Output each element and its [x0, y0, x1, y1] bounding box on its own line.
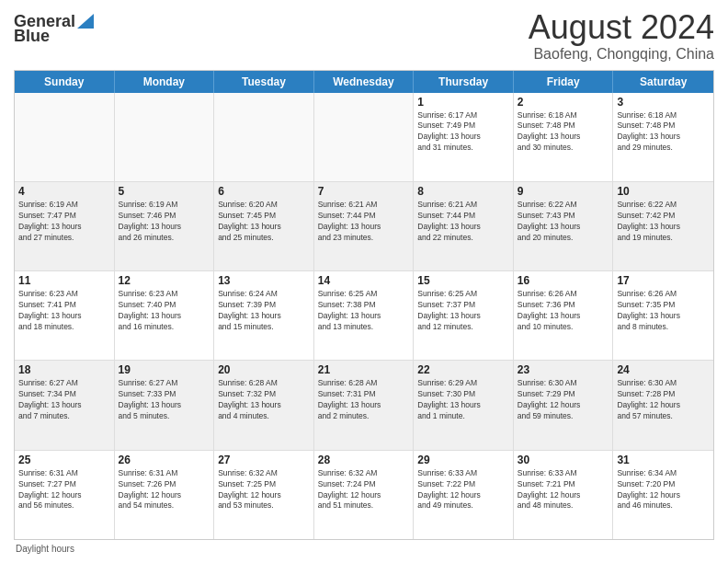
- day-cell-2: 2Sunrise: 6:18 AMSunset: 7:48 PMDaylight…: [514, 93, 614, 181]
- day-cell-13: 13Sunrise: 6:24 AMSunset: 7:39 PMDayligh…: [214, 271, 314, 360]
- header-day-thursday: Thursday: [414, 71, 514, 93]
- day-number: 8: [417, 185, 509, 198]
- day-cell-19: 19Sunrise: 6:27 AMSunset: 7:33 PMDayligh…: [115, 361, 215, 449]
- day-cell-24: 24Sunrise: 6:30 AMSunset: 7:28 PMDayligh…: [613, 361, 713, 449]
- header-day-friday: Friday: [514, 71, 614, 93]
- day-cell-27: 27Sunrise: 6:32 AMSunset: 7:25 PMDayligh…: [214, 451, 314, 539]
- day-info: Sunrise: 6:28 AMSunset: 7:31 PMDaylight:…: [318, 378, 410, 422]
- empty-cell: [15, 93, 115, 181]
- day-number: 15: [417, 274, 509, 287]
- day-cell-4: 4Sunrise: 6:19 AMSunset: 7:47 PMDaylight…: [15, 182, 115, 270]
- day-info: Sunrise: 6:25 AMSunset: 7:37 PMDaylight:…: [417, 289, 509, 333]
- location-title: Baofeng, Chongqing, China: [529, 46, 714, 63]
- day-number: 3: [617, 96, 710, 109]
- title-area: August 2024 Baofeng, Chongqing, China: [529, 9, 714, 63]
- day-number: 1: [417, 96, 509, 109]
- day-info: Sunrise: 6:26 AMSunset: 7:35 PMDaylight:…: [617, 289, 710, 333]
- day-number: 14: [318, 274, 410, 287]
- day-number: 18: [18, 363, 110, 376]
- day-cell-8: 8Sunrise: 6:21 AMSunset: 7:44 PMDaylight…: [414, 182, 514, 270]
- day-number: 27: [218, 454, 310, 466]
- day-info: Sunrise: 6:23 AMSunset: 7:40 PMDaylight:…: [119, 289, 210, 333]
- day-info: Sunrise: 6:34 AMSunset: 7:20 PMDaylight:…: [617, 468, 710, 512]
- empty-cell: [214, 93, 314, 181]
- day-info: Sunrise: 6:27 AMSunset: 7:33 PMDaylight:…: [119, 378, 210, 422]
- week-row-5: 25Sunrise: 6:31 AMSunset: 7:27 PMDayligh…: [15, 451, 713, 539]
- week-row-3: 11Sunrise: 6:23 AMSunset: 7:41 PMDayligh…: [15, 271, 713, 361]
- day-info: Sunrise: 6:32 AMSunset: 7:24 PMDaylight:…: [318, 468, 410, 512]
- day-cell-26: 26Sunrise: 6:31 AMSunset: 7:26 PMDayligh…: [115, 451, 215, 539]
- day-info: Sunrise: 6:19 AMSunset: 7:46 PMDaylight:…: [119, 200, 210, 244]
- day-cell-3: 3Sunrise: 6:18 AMSunset: 7:48 PMDaylight…: [613, 93, 713, 181]
- day-number: 21: [318, 363, 410, 376]
- day-cell-29: 29Sunrise: 6:33 AMSunset: 7:22 PMDayligh…: [414, 451, 514, 539]
- day-info: Sunrise: 6:21 AMSunset: 7:44 PMDaylight:…: [417, 200, 509, 244]
- logo-blue: Blue: [14, 27, 50, 45]
- day-info: Sunrise: 6:19 AMSunset: 7:47 PMDaylight:…: [18, 200, 110, 244]
- day-number: 20: [218, 363, 310, 376]
- day-info: Sunrise: 6:33 AMSunset: 7:22 PMDaylight:…: [417, 468, 509, 512]
- day-number: 19: [119, 363, 210, 376]
- header-day-monday: Monday: [115, 71, 215, 93]
- day-cell-7: 7Sunrise: 6:21 AMSunset: 7:44 PMDaylight…: [314, 182, 415, 270]
- header-day-tuesday: Tuesday: [214, 71, 314, 93]
- day-cell-30: 30Sunrise: 6:33 AMSunset: 7:21 PMDayligh…: [514, 451, 614, 539]
- day-info: Sunrise: 6:26 AMSunset: 7:36 PMDaylight:…: [518, 289, 609, 333]
- day-info: Sunrise: 6:18 AMSunset: 7:48 PMDaylight:…: [518, 110, 609, 155]
- day-cell-10: 10Sunrise: 6:22 AMSunset: 7:42 PMDayligh…: [613, 182, 713, 270]
- day-info: Sunrise: 6:20 AMSunset: 7:45 PMDaylight:…: [218, 200, 310, 244]
- day-number: 28: [318, 454, 410, 466]
- day-cell-16: 16Sunrise: 6:26 AMSunset: 7:36 PMDayligh…: [514, 271, 614, 360]
- day-info: Sunrise: 6:28 AMSunset: 7:32 PMDaylight:…: [218, 378, 310, 422]
- header: General Blue August 2024 Baofeng, Chongq…: [14, 9, 714, 63]
- week-row-1: 1Sunrise: 6:17 AMSunset: 7:49 PMDaylight…: [15, 93, 713, 182]
- day-info: Sunrise: 6:22 AMSunset: 7:43 PMDaylight:…: [518, 200, 609, 244]
- day-number: 31: [617, 454, 710, 466]
- day-cell-28: 28Sunrise: 6:32 AMSunset: 7:24 PMDayligh…: [314, 451, 415, 539]
- day-cell-21: 21Sunrise: 6:28 AMSunset: 7:31 PMDayligh…: [314, 361, 415, 449]
- day-cell-25: 25Sunrise: 6:31 AMSunset: 7:27 PMDayligh…: [15, 451, 115, 539]
- day-cell-23: 23Sunrise: 6:30 AMSunset: 7:29 PMDayligh…: [514, 361, 614, 449]
- day-info: Sunrise: 6:23 AMSunset: 7:41 PMDaylight:…: [18, 289, 110, 333]
- day-number: 16: [518, 274, 609, 287]
- day-info: Sunrise: 6:27 AMSunset: 7:34 PMDaylight:…: [18, 378, 110, 422]
- calendar-header: SundayMondayTuesdayWednesdayThursdayFrid…: [15, 71, 713, 93]
- day-number: 2: [518, 96, 609, 109]
- day-cell-18: 18Sunrise: 6:27 AMSunset: 7:34 PMDayligh…: [15, 361, 115, 449]
- logo: General Blue: [14, 13, 94, 45]
- day-info: Sunrise: 6:31 AMSunset: 7:26 PMDaylight:…: [119, 468, 210, 512]
- day-cell-15: 15Sunrise: 6:25 AMSunset: 7:37 PMDayligh…: [414, 271, 514, 360]
- day-cell-9: 9Sunrise: 6:22 AMSunset: 7:43 PMDaylight…: [514, 182, 614, 270]
- day-cell-17: 17Sunrise: 6:26 AMSunset: 7:35 PMDayligh…: [613, 271, 713, 360]
- day-number: 22: [417, 363, 509, 376]
- day-info: Sunrise: 6:29 AMSunset: 7:30 PMDaylight:…: [417, 378, 509, 422]
- day-number: 10: [617, 185, 710, 198]
- svg-marker-0: [77, 14, 94, 29]
- day-cell-12: 12Sunrise: 6:23 AMSunset: 7:40 PMDayligh…: [115, 271, 215, 360]
- day-number: 4: [18, 185, 110, 198]
- day-cell-5: 5Sunrise: 6:19 AMSunset: 7:46 PMDaylight…: [115, 182, 215, 270]
- empty-cell: [115, 93, 215, 181]
- day-number: 24: [617, 363, 710, 376]
- day-number: 30: [518, 454, 609, 466]
- week-row-2: 4Sunrise: 6:19 AMSunset: 7:47 PMDaylight…: [15, 182, 713, 271]
- day-number: 29: [417, 454, 509, 466]
- day-number: 13: [218, 274, 310, 287]
- day-info: Sunrise: 6:18 AMSunset: 7:48 PMDaylight:…: [617, 110, 710, 155]
- day-cell-14: 14Sunrise: 6:25 AMSunset: 7:38 PMDayligh…: [314, 271, 415, 360]
- day-number: 26: [119, 454, 210, 466]
- week-row-4: 18Sunrise: 6:27 AMSunset: 7:34 PMDayligh…: [15, 361, 713, 450]
- calendar-body: 1Sunrise: 6:17 AMSunset: 7:49 PMDaylight…: [15, 93, 713, 539]
- day-number: 6: [218, 185, 310, 198]
- day-info: Sunrise: 6:22 AMSunset: 7:42 PMDaylight:…: [617, 200, 710, 244]
- day-number: 23: [518, 363, 609, 376]
- day-number: 25: [18, 454, 110, 466]
- day-info: Sunrise: 6:32 AMSunset: 7:25 PMDaylight:…: [218, 468, 310, 512]
- day-number: 12: [119, 274, 210, 287]
- footer-note: Daylight hours: [14, 544, 714, 554]
- day-cell-20: 20Sunrise: 6:28 AMSunset: 7:32 PMDayligh…: [214, 361, 314, 449]
- day-info: Sunrise: 6:31 AMSunset: 7:27 PMDaylight:…: [18, 468, 110, 512]
- daylight-label: Daylight hours: [16, 544, 74, 554]
- day-info: Sunrise: 6:30 AMSunset: 7:28 PMDaylight:…: [617, 378, 710, 422]
- page: General Blue August 2024 Baofeng, Chongq…: [0, 0, 728, 563]
